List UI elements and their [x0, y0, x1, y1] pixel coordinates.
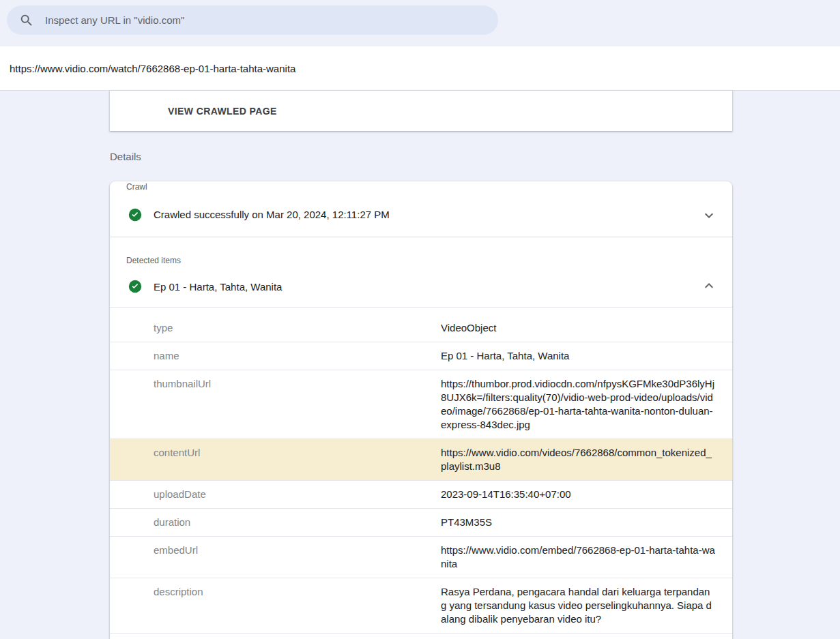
detected-item-title: Ep 01 - Harta, Tahta, Wanita	[154, 281, 282, 293]
property-row: descriptionRasya Perdana, pengacara hand…	[110, 578, 732, 634]
top-bar	[0, 5, 840, 46]
property-value: https://thumbor.prod.vidiocdn.com/nfpysK…	[441, 377, 715, 432]
property-row: thumbnailUrlhttps://thumbor.prod.vidiocd…	[110, 370, 732, 439]
detected-items-label: Detected items	[126, 255, 716, 266]
property-row: uploadDate2023-09-14T16:35:40+07:00	[110, 480, 732, 508]
search-input[interactable]	[44, 14, 487, 27]
property-key: duration	[110, 516, 441, 529]
url-inspection-searchbox[interactable]	[7, 5, 498, 35]
inspected-url: https://www.vidio.com/watch/7662868-ep-0…	[10, 63, 295, 74]
property-value: Rasya Perdana, pengacara handal dari kel…	[441, 585, 715, 626]
property-row: nameEp 01 - Harta, Tahta, Wanita	[110, 342, 732, 370]
chevron-up-icon[interactable]	[701, 278, 717, 295]
property-row: embedUrlhttps://www.vidio.com/embed/7662…	[110, 536, 732, 578]
crawl-status-text: Crawled successfully on Mar 20, 2024, 12…	[154, 209, 390, 220]
chevron-down-icon[interactable]	[701, 207, 717, 223]
crawled-page-card: VIEW CRAWLED PAGE	[110, 91, 732, 131]
detected-item-header[interactable]: Ep 01 - Harta, Tahta, Wanita	[110, 266, 732, 307]
property-key: uploadDate	[110, 488, 441, 501]
property-value: PT43M35S	[441, 516, 715, 529]
details-heading: Details	[110, 150, 840, 164]
crawl-section-label: Crawl	[126, 181, 716, 192]
property-row: durationPT43M35S	[110, 508, 732, 536]
success-check-icon	[128, 208, 142, 222]
property-key: contentUrl	[110, 446, 441, 473]
property-key: name	[110, 349, 441, 363]
property-value: VideoObject	[441, 321, 715, 335]
property-value: https://www.vidio.com/embed/7662868-ep-0…	[441, 544, 715, 571]
property-value: 2023-09-14T16:35:40+07:00	[441, 488, 715, 501]
success-check-icon	[128, 280, 142, 293]
property-value: Ep 01 - Harta, Tahta, Wanita	[441, 349, 715, 363]
view-crawled-page-button[interactable]: VIEW CRAWLED PAGE	[168, 106, 277, 117]
property-key: embedUrl	[110, 544, 441, 571]
section-divider	[110, 237, 732, 237]
search-icon	[19, 13, 34, 28]
property-value: https://www.vidio.com/videos/7662868/com…	[441, 446, 715, 473]
property-key: thumbnailUrl	[110, 377, 441, 432]
properties-table: typeVideoObjectnameEp 01 - Harta, Tahta,…	[110, 307, 732, 634]
details-card: Crawl Crawled successfully on Mar 20, 20…	[110, 181, 732, 639]
property-row: contentUrlhttps://www.vidio.com/videos/7…	[110, 439, 732, 480]
property-key: type	[110, 321, 441, 335]
inspected-url-bar: https://www.vidio.com/watch/7662868-ep-0…	[0, 46, 840, 91]
crawl-status-row[interactable]: Crawled successfully on Mar 20, 2024, 12…	[110, 192, 732, 237]
property-key: description	[110, 585, 441, 626]
property-row: typeVideoObject	[110, 307, 732, 342]
